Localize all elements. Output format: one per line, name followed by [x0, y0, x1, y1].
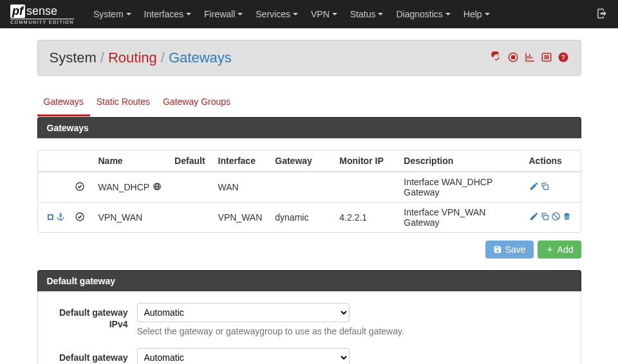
anchor-icon[interactable] — [56, 212, 65, 223]
tabs: Gateways Static Routes Gateway Groups — [37, 90, 581, 117]
logo[interactable]: pfsense COMMUNITY EDITION — [10, 5, 74, 24]
gateway-name: WAN_DHCP — [98, 182, 150, 192]
square-icon[interactable] — [46, 212, 55, 223]
copy-icon[interactable] — [540, 212, 550, 223]
th-anchor — [38, 150, 68, 172]
header-icons: ? — [491, 51, 569, 65]
th-description: Description — [397, 150, 522, 172]
page-header: System / Routing / Gateways ? — [37, 40, 581, 76]
panel-title: Gateways — [37, 117, 581, 138]
svg-rect-1 — [511, 55, 514, 59]
logo-subtitle: COMMUNITY EDITION — [10, 19, 74, 24]
edit-icon[interactable] — [529, 212, 539, 223]
cell-default — [168, 172, 211, 203]
svg-rect-10 — [48, 215, 52, 219]
nav-help[interactable]: Help — [457, 1, 496, 27]
chevron-down-icon — [485, 13, 490, 15]
table-row: WAN_DHCPWANInterface WAN_DHCP Gateway — [38, 172, 581, 203]
tab-gateways[interactable]: Gateways — [37, 90, 90, 116]
help-ipv4: Select the gateway or gatewaygroup to us… — [137, 326, 459, 336]
add-label: Add — [557, 244, 574, 255]
cell-description: Interface VPN_WAN Gateway — [397, 203, 522, 233]
select-default-gw-ipv4[interactable]: Automatic — [137, 303, 350, 322]
gateway-name: VPN_WAN — [98, 212, 143, 223]
th-name: Name — [92, 150, 169, 172]
cell-monitor: 4.2.2.1 — [333, 203, 397, 233]
refresh-icon[interactable] — [491, 51, 502, 65]
th-interface: Interface — [212, 150, 269, 172]
nav-services[interactable]: Services — [249, 1, 304, 27]
cell-gateway: dynamic — [268, 203, 333, 233]
edit-icon[interactable] — [529, 181, 539, 193]
svg-line-14 — [553, 214, 558, 219]
gateways-table: Name Default Interface Gateway Monitor I… — [38, 150, 581, 232]
breadcrumb-current[interactable]: Gateways — [169, 50, 232, 66]
cell-gateway — [268, 172, 333, 203]
th-gateway: Gateway — [268, 150, 333, 172]
chevron-down-icon — [445, 13, 451, 15]
panel-title: Default gateway — [37, 270, 581, 291]
breadcrumb-sep: / — [100, 50, 104, 66]
th-status — [68, 150, 92, 172]
buttons-row: Save Add — [37, 241, 581, 259]
form-group-ipv4: Default gateway IPv4 Automatic Select th… — [38, 303, 581, 336]
navbar: pfsense COMMUNITY EDITION System Interfa… — [0, 0, 618, 28]
default-gateway-panel: Default gateway Default gateway IPv4 Aut… — [37, 270, 581, 364]
tab-static-routes[interactable]: Static Routes — [90, 90, 156, 116]
plus-icon — [545, 245, 554, 254]
status-ok-icon — [75, 214, 85, 224]
save-label: Save — [505, 244, 526, 255]
nav-system[interactable]: System — [87, 1, 138, 27]
nav-diagnostics[interactable]: Diagnostics — [389, 1, 456, 27]
status-ok-icon — [75, 183, 85, 194]
cell-default — [168, 203, 211, 233]
nav-interfaces[interactable]: Interfaces — [138, 1, 198, 27]
list-icon[interactable] — [541, 51, 552, 65]
nav-status[interactable]: Status — [344, 1, 390, 27]
help-icon[interactable]: ? — [557, 51, 569, 65]
table-row: VPN_WANVPN_WANdynamic4.2.2.1Interface VP… — [38, 203, 581, 233]
globe-icon — [153, 182, 162, 193]
cell-interface: VPN_WAN — [212, 203, 269, 233]
chevron-down-icon — [378, 13, 383, 15]
chevron-down-icon — [293, 13, 298, 15]
copy-icon[interactable] — [540, 181, 550, 193]
save-icon — [493, 245, 502, 254]
breadcrumb: System / Routing / Gateways — [50, 50, 232, 66]
add-button[interactable]: Add — [538, 241, 581, 259]
nav-menu: System Interfaces Firewall Services VPN … — [87, 1, 596, 27]
disable-icon[interactable] — [551, 212, 561, 223]
cell-interface: WAN — [212, 172, 269, 203]
th-actions: Actions — [523, 150, 581, 172]
form-group-ipv6: Default gateway IPv6 Automatic Select th… — [38, 348, 581, 364]
delete-icon[interactable] — [562, 212, 572, 223]
chevron-down-icon — [238, 13, 243, 15]
svg-text:?: ? — [561, 53, 565, 60]
cell-description: Interface WAN_DHCP Gateway — [397, 172, 522, 203]
gateways-panel: Gateways Name Default Interface Gateway … — [37, 117, 581, 233]
th-monitor: Monitor IP — [333, 150, 397, 172]
breadcrumb-root[interactable]: System — [50, 50, 97, 66]
chart-icon[interactable] — [524, 51, 536, 65]
label-ipv4: Default gateway IPv4 — [47, 303, 137, 330]
stop-icon[interactable] — [507, 51, 519, 65]
label-ipv6: Default gateway IPv6 — [47, 348, 137, 364]
breadcrumb-sep: / — [161, 50, 165, 66]
logout-icon[interactable] — [596, 8, 608, 21]
chevron-down-icon — [186, 13, 191, 15]
nav-vpn[interactable]: VPN — [304, 1, 344, 27]
svg-rect-12 — [543, 215, 548, 220]
cell-monitor — [333, 172, 397, 203]
chevron-down-icon — [126, 13, 131, 15]
breadcrumb-routing[interactable]: Routing — [108, 50, 157, 66]
tab-gateway-groups[interactable]: Gateway Groups — [156, 90, 237, 116]
th-default: Default — [168, 150, 211, 172]
select-default-gw-ipv6[interactable]: Automatic — [137, 348, 350, 364]
save-button[interactable]: Save — [485, 241, 534, 259]
nav-firewall[interactable]: Firewall — [198, 1, 249, 27]
chevron-down-icon — [332, 13, 337, 15]
svg-rect-9 — [543, 185, 548, 190]
